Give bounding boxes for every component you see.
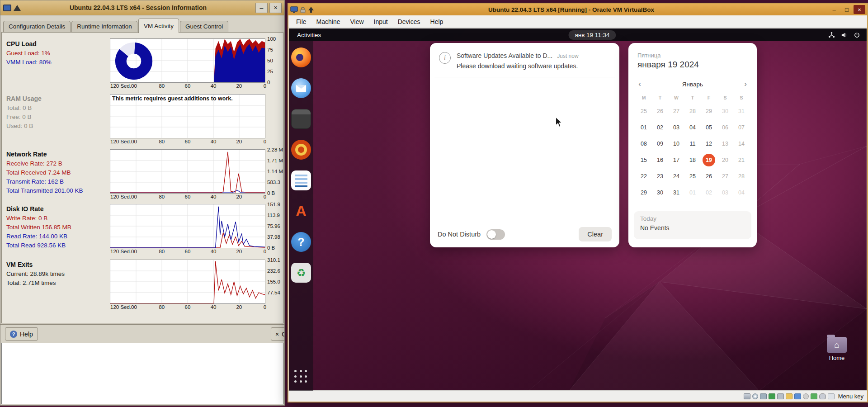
recording-icon[interactable] bbox=[803, 393, 809, 399]
mouse-integration-icon[interactable] bbox=[819, 393, 826, 399]
calendar-day-12[interactable]: 12 bbox=[701, 136, 717, 152]
calendar-day-01[interactable]: 01 bbox=[636, 119, 652, 136]
calendar-day-31[interactable]: 31 bbox=[733, 103, 750, 119]
help-button[interactable]: ? Help bbox=[5, 327, 38, 341]
terminal-icon[interactable] bbox=[291, 109, 311, 129]
x-tick: 60 bbox=[185, 194, 191, 199]
desktop: { "icons":{"minimize":"–","maximize":"□"… bbox=[0, 0, 868, 407]
minimize-button[interactable]: – bbox=[828, 5, 840, 14]
system-tray[interactable] bbox=[828, 32, 860, 38]
calendar-day-09[interactable]: 09 bbox=[652, 136, 668, 152]
calendar-day-01[interactable]: 01 bbox=[684, 185, 701, 201]
calendar-day-15[interactable]: 15 bbox=[636, 152, 652, 168]
calendar-day-22[interactable]: 22 bbox=[636, 168, 652, 185]
tab-configuration-details[interactable]: Configuration Details bbox=[3, 21, 71, 33]
usb-icon[interactable] bbox=[777, 393, 784, 399]
calendar-day-05[interactable]: 05 bbox=[701, 119, 717, 136]
calendar-day-26[interactable]: 26 bbox=[652, 103, 668, 119]
calendar-day-18[interactable]: 18 bbox=[684, 152, 701, 168]
calendar-day-17[interactable]: 17 bbox=[668, 152, 684, 168]
keyboard-icon[interactable] bbox=[828, 393, 835, 399]
vm-display[interactable]: Activities янв 19 11:34 bbox=[289, 28, 867, 391]
calendar-day-08[interactable]: 08 bbox=[636, 136, 652, 152]
close-button[interactable]: × bbox=[269, 3, 282, 13]
calendar-day-21[interactable]: 21 bbox=[733, 152, 750, 168]
calendar-day-04[interactable]: 04 bbox=[733, 185, 750, 201]
calendar-day-30[interactable]: 30 bbox=[717, 103, 733, 119]
menu-devices[interactable]: Devices bbox=[393, 16, 425, 27]
tab-runtime-information[interactable]: Runtime Information bbox=[71, 21, 137, 33]
activities-button[interactable]: Activities bbox=[297, 32, 321, 38]
calendar-day-31[interactable]: 31 bbox=[668, 185, 684, 201]
today-label: Today bbox=[640, 215, 745, 222]
calendar-day-11[interactable]: 11 bbox=[684, 136, 701, 152]
calendar-day-02[interactable]: 02 bbox=[652, 119, 668, 136]
calendar-day-14[interactable]: 14 bbox=[733, 136, 750, 152]
session-titlebar[interactable]: Ubuntu 22.04.3 LTS x64 - Session Informa… bbox=[0, 0, 284, 15]
calendar-day-10[interactable]: 10 bbox=[668, 136, 684, 152]
calendar-day-03[interactable]: 03 bbox=[717, 185, 733, 201]
media-player-icon[interactable] bbox=[291, 140, 311, 160]
calendar-grid: MTWTFSS252627282930310102030405060708091… bbox=[628, 92, 757, 201]
close-dialog-button[interactable]: × Close bbox=[271, 327, 285, 341]
display-icon[interactable] bbox=[794, 393, 801, 399]
calendar-day-29[interactable]: 29 bbox=[636, 185, 652, 201]
optical-disk-icon[interactable] bbox=[752, 393, 758, 399]
calendar-day-04[interactable]: 04 bbox=[684, 119, 701, 136]
ubuntu-software-icon[interactable] bbox=[291, 201, 311, 221]
help-icon[interactable] bbox=[291, 232, 311, 252]
x-tick: 40 bbox=[211, 194, 217, 199]
clear-button[interactable]: Clear bbox=[579, 227, 612, 241]
vm-features-icon[interactable] bbox=[811, 393, 817, 399]
notification-item[interactable]: i Software Updates Available to D... Jus… bbox=[434, 46, 615, 77]
menu-file[interactable]: File bbox=[291, 16, 311, 27]
calendar-day-30[interactable]: 30 bbox=[652, 185, 668, 201]
calendar-day-24[interactable]: 24 bbox=[668, 168, 684, 185]
y-axis-ticks: 2.28 M1.71 M1.14 M583.30 B bbox=[267, 150, 285, 193]
menu-machine[interactable]: Machine bbox=[311, 16, 345, 27]
prev-month-button[interactable]: ‹ bbox=[633, 78, 646, 90]
home-folder-shortcut[interactable]: ⌂ Home bbox=[824, 337, 850, 361]
calendar-day-28[interactable]: 28 bbox=[733, 168, 750, 185]
tab-vm-activity[interactable]: VM Activity bbox=[138, 19, 179, 33]
calendar-day-06[interactable]: 06 bbox=[717, 119, 733, 136]
firefox-icon[interactable] bbox=[291, 47, 311, 67]
close-button[interactable]: × bbox=[854, 5, 865, 14]
calendar-day-29[interactable]: 29 bbox=[701, 103, 717, 119]
menu-view[interactable]: View bbox=[345, 16, 368, 27]
calendar-day-26[interactable]: 26 bbox=[701, 168, 717, 185]
dnd-toggle[interactable] bbox=[486, 229, 505, 240]
calendar-day-28[interactable]: 28 bbox=[684, 103, 701, 119]
y-tick: 151.9 bbox=[267, 202, 280, 207]
shared-folders-icon[interactable] bbox=[786, 393, 793, 399]
calendar-day-25[interactable]: 25 bbox=[684, 168, 701, 185]
calendar-day-19[interactable]: 19 bbox=[701, 152, 717, 168]
calendar-day-25[interactable]: 25 bbox=[636, 103, 652, 119]
tab-guest-control[interactable]: Guest Control bbox=[180, 21, 228, 33]
trash-icon[interactable] bbox=[291, 263, 311, 283]
next-month-button[interactable]: › bbox=[739, 78, 752, 90]
thunderbird-icon[interactable] bbox=[291, 78, 311, 98]
libreoffice-writer-icon[interactable] bbox=[291, 170, 311, 190]
calendar-day-23[interactable]: 23 bbox=[652, 168, 668, 185]
calendar-day-16[interactable]: 16 bbox=[652, 152, 668, 168]
maximize-button[interactable]: □ bbox=[841, 5, 853, 14]
metric-value: Free: 0 B bbox=[6, 113, 109, 122]
clock-button[interactable]: янв 19 11:34 bbox=[568, 30, 616, 40]
calendar-day-20[interactable]: 20 bbox=[717, 152, 733, 168]
hard-disk-icon[interactable] bbox=[744, 393, 750, 399]
minimize-button[interactable]: – bbox=[255, 3, 268, 13]
calendar-day-27[interactable]: 27 bbox=[668, 103, 684, 119]
menu-input[interactable]: Input bbox=[369, 16, 393, 27]
calendar-day-03[interactable]: 03 bbox=[668, 119, 684, 136]
calendar-day-13[interactable]: 13 bbox=[717, 136, 733, 152]
calendar-day-27[interactable]: 27 bbox=[717, 168, 733, 185]
menu-help[interactable]: Help bbox=[425, 16, 448, 27]
network-adapter-icon[interactable] bbox=[769, 393, 775, 399]
calendar-day-07[interactable]: 07 bbox=[733, 119, 750, 136]
audio-icon[interactable] bbox=[760, 393, 767, 399]
vbox-titlebar[interactable]: Ubuntu 22.04.3 LTS x64 [Running] - Oracl… bbox=[288, 4, 867, 15]
network-rate-chart: 120 Sed.008060402002.28 M1.71 M1.14 M583… bbox=[110, 149, 265, 194]
calendar-day-02[interactable]: 02 bbox=[701, 185, 717, 201]
show-applications-button[interactable] bbox=[294, 370, 308, 383]
